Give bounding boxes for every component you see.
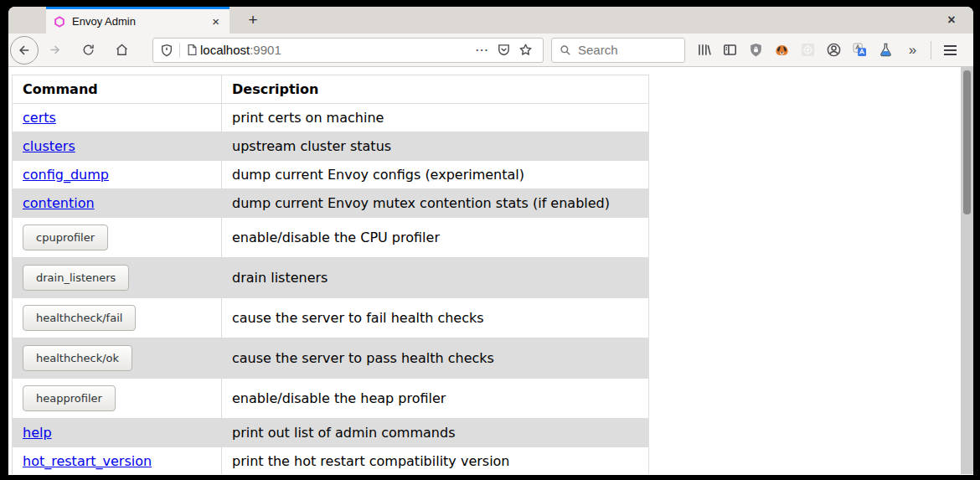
table-row: healthcheck/fail cause the server to fai… <box>13 298 649 338</box>
disabled-extension-button[interactable] <box>795 38 821 63</box>
reload-icon <box>81 43 95 57</box>
search-bar[interactable]: Search <box>551 38 685 63</box>
sidebar-icon <box>722 42 738 58</box>
command-link[interactable]: certs <box>23 110 56 126</box>
badger-extension-button[interactable] <box>769 38 795 63</box>
address-bar[interactable]: localhost:9901 ⋯ <box>152 38 544 63</box>
column-header-command: Command <box>13 75 222 104</box>
url-port: :9901 <box>250 43 281 57</box>
back-icon <box>17 43 32 58</box>
back-button[interactable] <box>10 36 39 65</box>
command-description: cause the server to fail health checks <box>222 298 649 338</box>
table-row: config_dump dump current Envoy configs (… <box>13 161 649 189</box>
account-icon <box>826 42 842 58</box>
tab-title: Envoy Admin <box>72 15 209 28</box>
disabled-extension-icon <box>800 42 816 58</box>
table-row: contention dump current Envoy mutex cont… <box>13 189 649 218</box>
home-button[interactable] <box>109 38 134 63</box>
account-button[interactable] <box>821 38 847 63</box>
vertical-scrollbar[interactable] <box>961 67 973 474</box>
command-description: print certs on machine <box>222 104 649 132</box>
command-link[interactable]: help <box>23 425 52 441</box>
command-description: print out list of admin commands <box>222 419 649 447</box>
badger-extension-icon <box>774 42 790 58</box>
window-close-button[interactable]: × <box>941 10 962 30</box>
bookmark-star-icon[interactable] <box>514 39 536 61</box>
pocket-icon[interactable] <box>493 39 514 61</box>
shield-lock-extension-icon <box>748 42 764 58</box>
translate-extension-icon <box>852 42 868 58</box>
url-text: localhost:9901 <box>200 43 281 57</box>
command-table-body: certs print certs on machine clusters up… <box>13 104 649 475</box>
flask-extension-icon <box>878 42 894 58</box>
command-link[interactable]: clusters <box>23 138 75 154</box>
table-row: hot_restart_version print the hot restar… <box>13 447 649 475</box>
tab-envoy-admin[interactable]: Envoy Admin × <box>46 7 230 34</box>
envoy-favicon-icon <box>54 16 65 28</box>
command-link[interactable]: config_dump <box>23 167 109 183</box>
library-icon <box>696 42 712 58</box>
translate-extension-button[interactable] <box>847 38 873 63</box>
command-description: print the hot restart compatibility vers… <box>222 447 649 475</box>
command-button[interactable]: cpuprofiler <box>23 225 108 250</box>
command-description: enable/disable the CPU profiler <box>222 218 649 258</box>
shield-lock-extension-button[interactable] <box>743 38 769 63</box>
urlbar-separator <box>179 43 180 58</box>
column-header-description: Description <box>222 75 649 104</box>
new-tab-button[interactable]: + <box>241 9 265 31</box>
command-description: dump current Envoy mutex contention stat… <box>222 189 649 218</box>
navigation-toolbar: localhost:9901 ⋯ Search <box>8 34 973 67</box>
forward-icon <box>48 43 62 57</box>
tab-close-icon[interactable]: × <box>209 15 222 28</box>
command-link[interactable]: hot_restart_version <box>23 453 152 469</box>
page-icon[interactable] <box>186 44 199 56</box>
table-row: help print out list of admin commands <box>13 419 649 447</box>
toolbar-separator <box>931 41 931 59</box>
command-description: dump current Envoy configs (experimental… <box>222 161 649 189</box>
tab-bar: Envoy Admin × + × <box>8 7 973 34</box>
home-icon <box>115 43 129 57</box>
table-row: cpuprofiler enable/disable the CPU profi… <box>13 218 649 258</box>
table-row: clusters upstream cluster status <box>13 132 649 161</box>
table-row: certs print certs on machine <box>13 104 649 132</box>
command-button[interactable]: healthcheck/ok <box>23 345 132 371</box>
menu-button[interactable] <box>937 38 963 63</box>
sidebar-button[interactable] <box>717 38 743 63</box>
overflow-button[interactable]: » <box>899 38 925 63</box>
url-host: localhost <box>200 43 250 57</box>
overflow-chevron-icon: » <box>909 42 915 59</box>
command-table: Command Description certs print certs on… <box>12 75 649 474</box>
command-description: enable/disable the heap profiler <box>222 379 649 419</box>
search-icon <box>560 44 571 56</box>
menu-icon <box>944 45 957 47</box>
toolbar-icons: » <box>691 38 963 63</box>
table-row: drain_listeners drain listeners <box>13 258 649 298</box>
library-button[interactable] <box>691 38 717 63</box>
command-description: cause the server to pass health checks <box>222 338 649 379</box>
shield-permissions-icon[interactable] <box>160 44 173 57</box>
command-link[interactable]: contention <box>23 195 95 211</box>
command-button[interactable]: heapprofiler <box>23 385 116 411</box>
search-placeholder: Search <box>578 43 618 57</box>
table-row: healthcheck/ok cause the server to pass … <box>13 338 649 379</box>
table-header-row: Command Description <box>13 75 649 104</box>
reload-button[interactable] <box>75 38 101 63</box>
flask-extension-button[interactable] <box>873 38 899 63</box>
command-description: drain listeners <box>222 258 649 298</box>
command-description: upstream cluster status <box>222 132 649 161</box>
browser-window: Envoy Admin × + × localhost:9901 ⋯ <box>8 7 973 475</box>
table-row: heapprofiler enable/disable the heap pro… <box>13 379 649 419</box>
command-button[interactable]: healthcheck/fail <box>23 305 136 331</box>
page-actions-icon[interactable]: ⋯ <box>471 39 493 61</box>
scrollbar-thumb[interactable] <box>963 70 971 214</box>
command-button[interactable]: drain_listeners <box>23 265 129 291</box>
page-content: Command Description certs print certs on… <box>8 67 973 474</box>
forward-button[interactable] <box>42 38 67 63</box>
